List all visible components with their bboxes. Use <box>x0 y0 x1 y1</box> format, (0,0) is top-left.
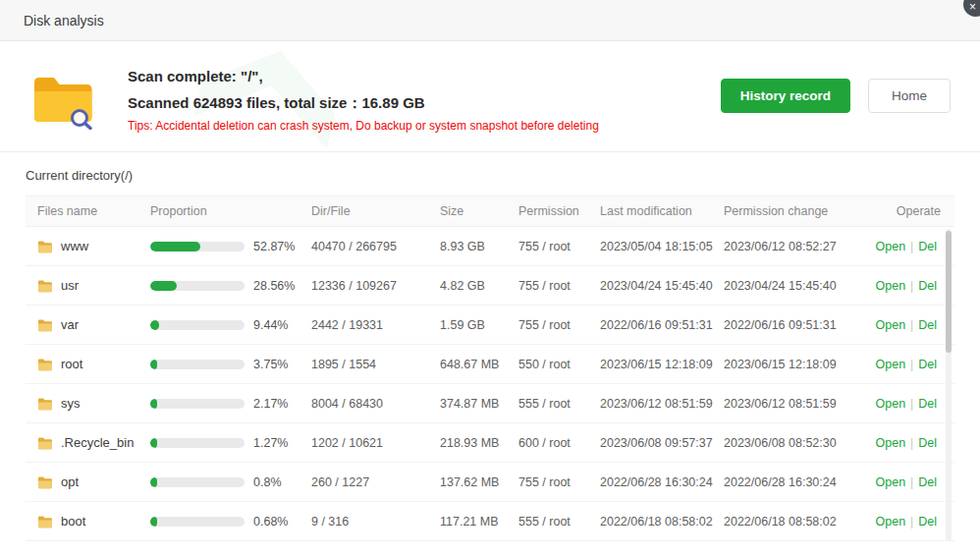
del-link[interactable]: Del <box>918 318 937 332</box>
del-link[interactable]: Del <box>918 279 937 293</box>
proportion-bar <box>150 360 245 369</box>
proportion-bar <box>150 477 245 487</box>
window-title: Disk analysis <box>24 13 104 28</box>
last-modification: 2022/06/18 08:58:02 <box>600 515 724 529</box>
file-name: sys <box>61 396 81 411</box>
size-value: 648.67 MB <box>440 358 518 371</box>
last-modification: 2023/06/08 09:57:37 <box>600 436 724 450</box>
size-value: 117.21 MB <box>440 515 518 529</box>
del-link[interactable]: Del <box>918 436 937 450</box>
dir-file-count: 2442 / 19331 <box>311 318 440 332</box>
operate-separator: | <box>910 318 913 332</box>
operate-separator: | <box>910 436 913 450</box>
permission-change: 2023/06/08 08:52:30 <box>724 436 848 450</box>
open-link[interactable]: Open <box>876 515 906 529</box>
permission-change: 2022/06/16 09:51:31 <box>724 318 848 332</box>
operate-cell: Open|Del <box>848 279 954 293</box>
operate-cell: Open|Del <box>848 475 954 489</box>
header-buttons: History record Home <box>721 67 951 134</box>
current-directory-label: Current directory(/) <box>26 168 133 183</box>
last-modification: 2023/05/04 18:15:05 <box>600 240 724 253</box>
operate-cell: Open|Del <box>848 436 954 450</box>
permission-value: 555 / root <box>518 397 600 411</box>
open-link[interactable]: Open <box>876 279 906 293</box>
folder-icon <box>37 436 52 450</box>
scrollbar-thumb[interactable] <box>946 231 952 353</box>
file-name: .Recycle_bin <box>61 435 134 450</box>
home-button[interactable]: Home <box>868 79 951 113</box>
table-row: .Recycle_bin 1.27% 1202 / 10621 218.93 M… <box>26 423 954 463</box>
last-modification: 2023/06/15 12:18:09 <box>600 358 724 371</box>
permission-value: 755 / root <box>518 475 600 489</box>
del-link[interactable]: Del <box>918 515 937 529</box>
permission-change: 2022/06/18 08:58:02 <box>724 515 848 529</box>
column-header-size: Size <box>440 204 518 218</box>
column-header-proportion: Proportion <box>150 204 311 218</box>
open-link[interactable]: Open <box>876 318 906 332</box>
table-row: root 3.75% 1895 / 1554 648.67 MB 550 / r… <box>26 345 954 384</box>
dir-file-count: 1202 / 10621 <box>311 436 440 450</box>
size-value: 137.62 MB <box>440 475 518 489</box>
file-name: var <box>61 317 79 332</box>
file-name: www <box>61 239 88 253</box>
operate-separator: | <box>910 240 913 253</box>
permission-change: 2023/06/12 08:52:27 <box>724 240 848 253</box>
folder-icon <box>37 318 52 332</box>
file-name: opt <box>61 474 79 489</box>
scan-info: Scan complete: "/", Scanned 624893 files… <box>128 67 721 134</box>
folder-search-icon <box>29 67 128 134</box>
dir-file-count: 1895 / 1554 <box>311 358 440 371</box>
scan-result-line2: Scanned 624893 files, total size：16.89 G… <box>128 95 721 110</box>
permission-value: 755 / root <box>518 240 600 253</box>
permission-value: 755 / root <box>518 279 600 293</box>
size-value: 8.93 GB <box>440 240 518 253</box>
column-header-dir-file: Dir/File <box>311 204 440 218</box>
proportion-value: 2.17% <box>253 397 288 411</box>
table-row: www 52.87% 40470 / 266795 8.93 GB 755 / … <box>26 227 954 266</box>
del-link[interactable]: Del <box>918 475 937 489</box>
proportion-bar <box>150 399 245 409</box>
proportion-bar <box>150 242 245 251</box>
table-scrollbar[interactable] <box>946 229 952 541</box>
dir-file-count: 12336 / 109267 <box>311 279 440 293</box>
del-link[interactable]: Del <box>918 240 937 253</box>
table-row: sys 2.17% 8004 / 68430 374.87 MB 555 / r… <box>26 384 954 423</box>
table-body: www 52.87% 40470 / 266795 8.93 GB 755 / … <box>26 227 954 541</box>
proportion-value: 3.75% <box>253 358 288 371</box>
permission-value: 755 / root <box>518 318 600 332</box>
operate-cell: Open|Del <box>848 318 954 332</box>
warning-tips: Tips: Accidental deletion can crash syst… <box>128 119 721 133</box>
open-link[interactable]: Open <box>876 358 906 371</box>
open-link[interactable]: Open <box>876 397 906 411</box>
history-record-button[interactable]: History record <box>721 79 850 113</box>
dir-file-count: 8004 / 68430 <box>311 397 440 411</box>
proportion-value: 9.44% <box>253 318 288 332</box>
open-link[interactable]: Open <box>876 240 906 253</box>
last-modification: 2022/06/16 09:51:31 <box>600 318 724 332</box>
column-header-permission: Permission <box>518 204 600 218</box>
window-titlebar: Disk analysis <box>0 0 980 41</box>
proportion-bar <box>150 517 245 527</box>
table-row: opt 0.8% 260 / 1227 137.62 MB 755 / root… <box>26 463 954 502</box>
permission-value: 550 / root <box>518 358 600 371</box>
table-header-row: Files name Proportion Dir/File Size Perm… <box>26 195 954 227</box>
folder-icon <box>37 475 52 489</box>
size-value: 1.59 GB <box>440 318 518 332</box>
folder-icon <box>37 515 52 529</box>
size-value: 4.82 GB <box>440 279 518 293</box>
table-row: var 9.44% 2442 / 19331 1.59 GB 755 / roo… <box>26 306 954 345</box>
permission-change: 2023/06/15 12:18:09 <box>724 358 848 371</box>
del-link[interactable]: Del <box>918 397 937 411</box>
last-modification: 2022/06/28 16:30:24 <box>600 475 724 489</box>
folder-icon <box>37 240 52 253</box>
operate-separator: | <box>910 279 913 293</box>
dir-file-count: 40470 / 266795 <box>311 240 440 253</box>
del-link[interactable]: Del <box>918 358 937 371</box>
open-link[interactable]: Open <box>876 436 906 450</box>
column-header-permission-change: Permission change <box>724 204 848 218</box>
file-name: boot <box>61 514 85 529</box>
permission-change: 2023/04/24 15:45:40 <box>724 279 848 293</box>
open-link[interactable]: Open <box>876 475 906 489</box>
permission-value: 555 / root <box>518 515 600 529</box>
operate-separator: | <box>910 397 913 411</box>
